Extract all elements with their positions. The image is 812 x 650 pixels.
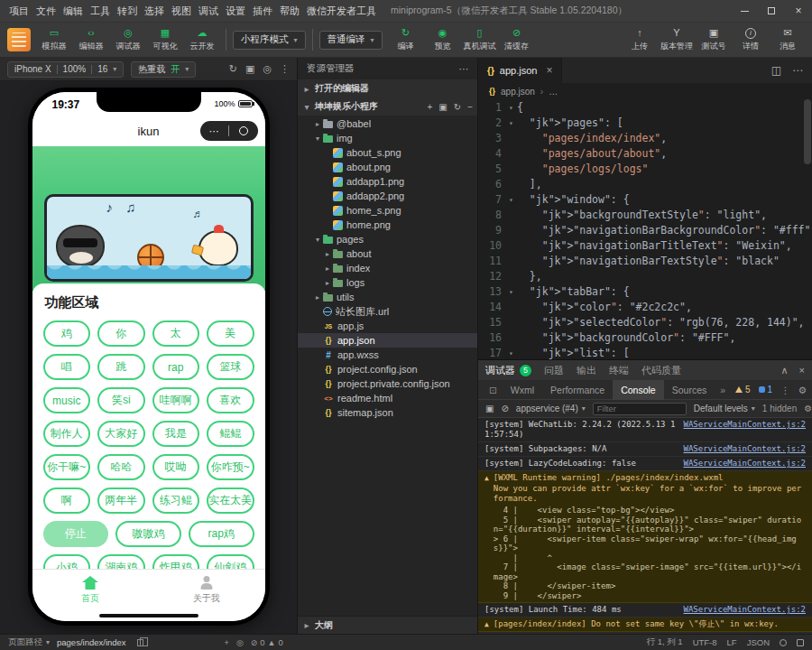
tab-debugger[interactable]: 调试器 5 [485, 364, 531, 377]
breadcrumb[interactable]: {} app.json › … [478, 83, 812, 99]
panel-tab[interactable]: 问题 [544, 364, 564, 377]
file-sitemap.json[interactable]: {}sitemap.json [298, 405, 477, 420]
file-app.js[interactable]: JSapp.js [298, 319, 477, 333]
warning-count[interactable]: 5 [735, 385, 751, 395]
folder-about[interactable]: ▸about [298, 246, 477, 261]
toolbar-button[interactable]: Y版本管理 [660, 23, 694, 57]
rotate-icon[interactable]: ↻ [229, 63, 237, 75]
app-button[interactable]: 跳 [97, 354, 145, 380]
editor-scrollbar[interactable] [804, 99, 811, 164]
folder-@babel[interactable]: ▸@babel [298, 116, 477, 131]
source-link[interactable]: WAServiceMainContext.js:2 [684, 605, 806, 615]
message-count[interactable]: 1 [759, 385, 773, 395]
device-selector[interactable]: iPhone X 100% 16 ▾ [7, 61, 124, 78]
toolbar-button[interactable]: ↻编译 [389, 23, 423, 57]
app-button[interactable]: 制作人 [43, 421, 91, 447]
menu-item[interactable]: 帮助 [276, 5, 303, 18]
console-sidebar-icon[interactable]: ▣ [485, 404, 494, 413]
devtools-tab-performance[interactable]: Performance [542, 380, 613, 400]
devtools-tab-sources[interactable]: Sources [664, 380, 715, 400]
file-addapp1.png[interactable]: addapp1.png [298, 174, 477, 189]
file-站长图库.url[interactable]: 站长图库.url [298, 304, 477, 319]
statusbar-item[interactable]: UTF-8 [693, 637, 717, 647]
devtools-tab-wxml[interactable]: Wxml [503, 380, 542, 400]
toolbar-button[interactable]: ▭模拟器 [37, 23, 71, 57]
menu-item[interactable]: 编辑 [60, 5, 87, 18]
page-path-selector[interactable]: 页面路径 ▾ [8, 636, 50, 648]
app-button[interactable]: rap鸡 [189, 521, 254, 547]
maximize-button[interactable] [758, 0, 785, 22]
more-options-icon[interactable]: ⋮ [280, 63, 290, 75]
layout-icon[interactable] [797, 639, 804, 646]
app-button[interactable]: 你 [97, 320, 145, 347]
app-button[interactable]: 唱 [43, 354, 91, 380]
menu-item[interactable]: 项目 [5, 5, 32, 18]
app-button[interactable]: 我是 [152, 421, 200, 447]
refresh-explorer-icon[interactable]: ↻ [454, 102, 461, 112]
app-button[interactable]: 仙剑鸡 [207, 554, 254, 569]
menu-item[interactable]: 工具 [87, 5, 114, 18]
minimize-button[interactable] [731, 0, 758, 22]
file-project.private.config.json[interactable]: {}project.private.config.json [298, 376, 477, 391]
capsule-menu[interactable]: ⋯ [200, 121, 258, 141]
location-icon[interactable]: ◎ [263, 63, 272, 75]
settings-gear-icon[interactable]: ⚙ [798, 385, 807, 395]
new-folder-icon[interactable]: ▣ [438, 102, 447, 112]
app-button[interactable]: 笑si [97, 387, 145, 413]
toolbar-button[interactable]: ☁云开发 [185, 23, 219, 57]
mode-dropdown[interactable]: 小程序模式 ▾ [233, 31, 306, 50]
app-button[interactable]: 你干嘛~ [43, 454, 91, 480]
context-dropdown[interactable]: appservice (#4) ▾ [516, 404, 586, 413]
tabbar-item[interactable]: 关于我 [149, 570, 265, 610]
hot-reload-toggle[interactable]: 热重载 开 ▾ [131, 61, 196, 78]
app-button[interactable]: 炸甲鸡 [152, 554, 200, 569]
editor-tab-appjson[interactable]: {} app.json × [478, 58, 562, 83]
toolbar-button[interactable]: ‹›编辑器 [74, 23, 108, 57]
compile-mode-dropdown[interactable]: 普通编译 ▾ [319, 31, 383, 50]
app-button[interactable]: 大家好 [97, 421, 145, 447]
project-section[interactable]: ▾ 坤坤娱乐小程序 + ▣ ↻ − [298, 98, 477, 116]
menu-item[interactable]: 微信开发者工具 [303, 5, 380, 18]
more-tabs-icon[interactable]: » [715, 385, 731, 395]
panel-tab[interactable]: 输出 [577, 364, 596, 377]
new-file-icon[interactable]: + [427, 102, 432, 112]
panel-tab[interactable]: 终端 [609, 364, 629, 377]
clear-console-icon[interactable]: ⊘ [501, 404, 508, 413]
file-app.wxss[interactable]: #app.wxss [298, 348, 477, 362]
menu-item[interactable]: 文件 [32, 5, 60, 18]
filter-input[interactable] [593, 403, 687, 415]
collapse-panel-icon[interactable]: ∧ [781, 365, 789, 376]
folder-logs[interactable]: ▸logs [298, 275, 477, 290]
menu-item[interactable]: 选择 [141, 5, 168, 18]
folder-index[interactable]: ▸index [298, 261, 477, 275]
file-home_s.png[interactable]: home_s.png [298, 203, 477, 218]
menu-item[interactable]: 视图 [168, 5, 195, 18]
selector-tool-icon[interactable]: + [225, 638, 229, 647]
collapse-folders-icon[interactable]: − [467, 102, 473, 112]
file-readme.html[interactable]: <>readme.html [298, 391, 477, 405]
menu-item[interactable]: 插件 [249, 5, 276, 18]
inspect-icon[interactable]: ⊡ [484, 385, 503, 395]
outline-section[interactable]: ▸ 大纲 [298, 616, 477, 634]
close-panel-icon[interactable]: × [799, 365, 805, 376]
app-button[interactable]: 喜欢 [207, 387, 254, 413]
open-editors-section[interactable]: ▸ 打开的编辑器 [298, 79, 477, 98]
app-button[interactable]: 练习鲲 [152, 488, 200, 514]
toolbar-button[interactable]: ◉预览 [426, 23, 460, 57]
app-button[interactable]: 湖南鸡 [97, 554, 145, 569]
toolbar-button[interactable]: ▯真机调试 [463, 23, 497, 57]
menu-item[interactable]: 设置 [222, 5, 249, 18]
source-link[interactable]: WAServiceMainContext.js:2 [684, 459, 806, 469]
app-button[interactable]: 停止 [43, 521, 109, 547]
devtools-tab-console[interactable]: Console [613, 380, 664, 400]
explorer-more-icon[interactable]: ⋯ [459, 63, 469, 74]
file-addapp2.png[interactable]: addapp2.png [298, 189, 477, 203]
tabbar-item[interactable]: 首页 [32, 570, 149, 610]
menu-item[interactable]: 转到 [114, 5, 141, 18]
file-about_s.png[interactable]: about_s.png [298, 145, 477, 160]
app-button[interactable]: 嗷嗷鸡 [115, 521, 181, 547]
close-tab-icon[interactable]: × [546, 64, 552, 77]
statusbar-item[interactable]: JSON [747, 637, 770, 647]
app-button[interactable]: 你咋预~ [207, 454, 254, 480]
app-button[interactable]: 啊 [43, 488, 91, 514]
